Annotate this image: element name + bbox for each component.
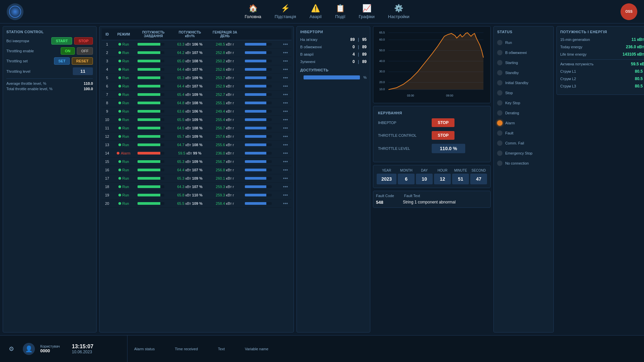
cell-menu[interactable]: ••• — [279, 191, 291, 199]
row-menu-icon[interactable]: ••• — [283, 159, 288, 164]
throttle-stop-button[interactable]: STOP — [432, 131, 454, 140]
cell-menu[interactable]: ••• — [279, 99, 291, 107]
cell-menu[interactable]: ••• — [279, 107, 291, 116]
dostupnist-bar — [304, 75, 360, 79]
status-limited: В обмеженні — [497, 50, 550, 55]
cell-menu[interactable]: ••• — [279, 149, 291, 158]
cell-menu[interactable]: ••• — [279, 57, 291, 65]
status-derating-label: Derating — [505, 111, 519, 115]
cell-pw-bar — [135, 141, 172, 149]
graphs-icon: 📈 — [362, 4, 371, 13]
pw-bar-fill — [138, 194, 160, 196]
row-menu-icon[interactable]: ••• — [283, 58, 288, 64]
top-middle: ІНВЕРТОРИ На зв'язку 89 | 95 В обмеженні… — [297, 26, 491, 333]
mode-text: Run — [122, 42, 129, 46]
row-menu-icon[interactable]: ••• — [283, 125, 288, 131]
pw-bar-fill — [138, 143, 160, 146]
mode-dot — [118, 93, 121, 96]
cell-pw: 65.3 кВт 109 % — [172, 74, 208, 82]
gen-bar-fill — [245, 51, 266, 54]
row-menu-icon[interactable]: ••• — [283, 167, 288, 173]
cell-pw-bar — [135, 49, 172, 57]
cell-menu[interactable]: ••• — [279, 116, 291, 124]
row-menu-icon[interactable]: ••• — [283, 176, 288, 181]
svg-text:10.0: 10.0 — [379, 87, 385, 91]
gen-val: 256.7 — [216, 126, 225, 130]
gen-val: 260.1 — [216, 176, 225, 180]
nav-settings[interactable]: ⚙️ Настройки — [388, 4, 410, 19]
power-active-row: Активна потужність 59.5 кВт — [560, 62, 644, 66]
nav-substation[interactable]: ⚡ Підстанція — [275, 4, 296, 19]
power-l3-row: Струм L3 80.5 А — [560, 84, 644, 88]
cell-menu[interactable]: ••• — [279, 166, 291, 174]
cell-menu[interactable]: ••• — [279, 141, 291, 149]
row-menu-icon[interactable]: ••• — [283, 134, 288, 139]
cell-menu[interactable]: ••• — [279, 183, 291, 191]
pw-val: 64.4 — [177, 84, 184, 88]
cell-menu[interactable]: ••• — [279, 174, 291, 183]
cell-menu[interactable]: ••• — [279, 132, 291, 141]
pw-bar — [138, 118, 164, 121]
on-button[interactable]: ON — [61, 47, 75, 55]
table-row: 12 Run 65.7 кВт 109 % 257.6 кВт г ••• — [102, 132, 291, 141]
cell-menu[interactable]: ••• — [279, 124, 291, 132]
pw-bar-fill — [138, 51, 160, 54]
cell-mode: Run — [113, 158, 135, 166]
row-menu-icon[interactable]: ••• — [283, 75, 288, 80]
app-logo — [7, 3, 23, 20]
cell-menu[interactable]: ••• — [279, 74, 291, 82]
row-menu-icon[interactable]: ••• — [283, 67, 288, 72]
row-menu-icon[interactable]: ••• — [283, 184, 288, 189]
off-button[interactable]: OFF — [77, 47, 93, 55]
throttle-level-value: 11 — [73, 67, 93, 75]
row-menu-icon[interactable]: ••• — [283, 42, 288, 47]
row-menu-icon[interactable]: ••• — [283, 201, 288, 206]
nav-home[interactable]: 🏠 Головна — [245, 4, 261, 19]
row-menu-icon[interactable]: ••• — [283, 142, 288, 147]
stop-button[interactable]: STOP — [74, 37, 93, 45]
top-navigation: 🏠 Головна ⚡ Підстанція ⚠️ Аварії 📋 Події… — [0, 0, 644, 23]
mode-text: Run — [122, 176, 129, 180]
set-button[interactable]: SET — [54, 57, 70, 65]
status-key-stop-label: Key Stop — [505, 101, 520, 105]
pw-val: 65.3 — [177, 176, 184, 180]
row-menu-icon[interactable]: ••• — [283, 92, 288, 97]
row-menu-icon[interactable]: ••• — [283, 192, 288, 198]
cell-mode: Run — [113, 90, 135, 99]
keru-stop-button[interactable]: STOP — [432, 118, 454, 127]
cell-menu[interactable]: ••• — [279, 49, 291, 57]
cell-gen: 256.7 кВт г — [208, 158, 242, 166]
cell-menu[interactable]: ••• — [279, 82, 291, 90]
time-display: 13:15:07 — [72, 344, 93, 350]
cell-menu[interactable]: ••• — [279, 158, 291, 166]
nav-alarms-label: Аварії — [310, 14, 322, 19]
row-menu-icon[interactable]: ••• — [283, 83, 288, 89]
power-info-section: ПОТУЖНІСТЬ І ЕНЕРГІЯ 15-min generation 1… — [556, 26, 644, 333]
pw-bar-fill — [138, 202, 160, 205]
cell-menu[interactable]: ••• — [279, 199, 291, 208]
inv-limited-row: В обмеженні 0 | 89 — [300, 45, 367, 49]
row-menu-icon[interactable]: ••• — [283, 117, 288, 122]
cell-menu[interactable]: ••• — [279, 90, 291, 99]
row-menu-icon[interactable]: ••• — [283, 109, 288, 114]
gen-val: 236.0 — [216, 151, 225, 155]
cell-pw: 65.3 кВт 109 % — [172, 174, 208, 183]
cell-menu[interactable]: ••• — [279, 40, 291, 49]
gen-bar — [245, 160, 272, 163]
bottom-settings-icon[interactable]: ⚙ — [5, 343, 17, 355]
cell-gen: 260.1 кВт г — [208, 174, 242, 183]
nav-graphs[interactable]: 📈 Графіки — [359, 4, 375, 19]
reset-button[interactable]: RESET — [72, 57, 93, 65]
row-menu-icon[interactable]: ••• — [283, 50, 288, 55]
cell-menu[interactable]: ••• — [279, 65, 291, 74]
row-menu-icon[interactable]: ••• — [283, 150, 288, 156]
nav-alarms[interactable]: ⚠️ Аварії — [310, 4, 322, 19]
row-menu-icon[interactable]: ••• — [283, 100, 288, 106]
start-button[interactable]: START — [51, 37, 72, 45]
mode-dot — [118, 110, 121, 113]
fault-header: Fault Code Fault Text — [376, 194, 488, 198]
gen-bar — [245, 152, 272, 155]
mode-dot — [118, 185, 121, 188]
gen-val: 249.4 — [216, 109, 225, 113]
nav-events[interactable]: 📋 Події — [335, 4, 345, 19]
